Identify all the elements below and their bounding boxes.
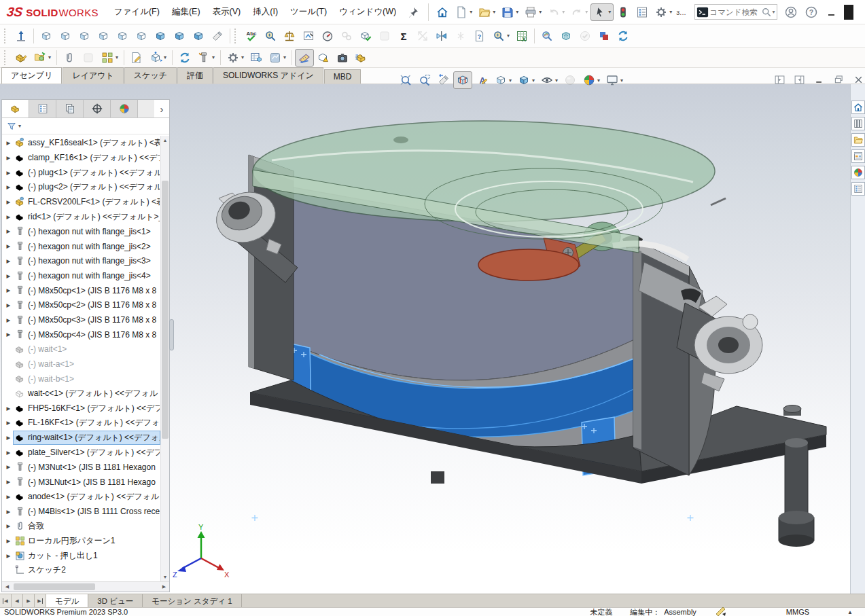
annotation-views-button[interactable]: A (472, 71, 491, 89)
expand-arrow-icon[interactable]: ▶ (4, 435, 13, 441)
save-dropdown-icon[interactable]: ▾ (516, 9, 518, 15)
configurationmanager-tab[interactable] (56, 100, 84, 117)
view-settings-dropdown-icon[interactable]: ▾ (620, 77, 623, 84)
tree-item-box[interactable]: カット - 押し出し1 (13, 549, 101, 563)
redo-dropdown-icon[interactable]: ▾ (585, 9, 588, 15)
measure-button[interactable] (261, 27, 280, 45)
tree-item-box[interactable]: (-) M3Nut<1> (JIS B 1181 Hexagon (13, 460, 158, 474)
menu-item-3[interactable]: 挿入(I) (247, 3, 284, 20)
command-search[interactable]: ▾ (694, 4, 777, 20)
external-reference-dropdown-icon[interactable]: ▾ (283, 54, 286, 60)
new-document-button[interactable]: ▾ (452, 3, 475, 21)
tree-item-box[interactable]: (-) wait-a<1> (13, 357, 77, 372)
filter-funnel-icon[interactable] (6, 121, 17, 132)
display-style-dropdown-icon[interactable]: ▾ (532, 77, 535, 84)
refresh-data-button[interactable] (614, 27, 633, 45)
print-dropdown-icon[interactable]: ▾ (539, 9, 542, 15)
tree-item-box[interactable]: plate_Silver<1> (デフォルト) <<デフォル (13, 446, 160, 460)
expand-arrow-icon[interactable]: ▶ (4, 317, 13, 323)
file-explorer-button[interactable] (851, 133, 865, 147)
home-button[interactable] (433, 3, 452, 21)
minimize-window-button[interactable] (822, 3, 841, 21)
minimize-document-button[interactable] (811, 72, 827, 87)
tree-item-22[interactable]: ▶(-) M3Nut<1> (JIS B 1181 Hexagon (2, 460, 160, 475)
scrollbar-thumb[interactable] (162, 181, 169, 439)
expand-arrow-icon[interactable]: ▶ (4, 509, 13, 515)
tree-item-box[interactable]: (-) hexagon nut with flange_jis<3> (13, 254, 154, 268)
select-button[interactable]: ▾ (590, 3, 614, 21)
tree-item-9[interactable]: ▶(-) hexagon nut with flange_jis<4> (2, 268, 160, 283)
expand-arrow-icon[interactable]: ▶ (4, 273, 13, 279)
insert-components-dropdown-icon[interactable]: ▾ (48, 54, 51, 60)
document-tab-1[interactable]: 3D ビュー (88, 594, 143, 607)
tree-item-19[interactable]: ▶FL-16KF<1> (デフォルト) <<デフォルト>_ (2, 416, 160, 431)
doc-nav-last-button[interactable]: ▶ (35, 594, 46, 607)
doc-nav-next-button[interactable]: ▶ (23, 594, 35, 607)
tree-item-7[interactable]: ▶(-) hexagon nut with flange_jis<2> (2, 239, 160, 254)
close-document-button[interactable] (851, 72, 865, 87)
equations-button[interactable]: Σ (394, 27, 413, 45)
visual-inspection-button[interactable] (537, 27, 557, 45)
new-document-dropdown-icon[interactable]: ▾ (470, 9, 472, 15)
tree-item-box[interactable]: anode<1> (デフォルト) <<デフォルト>_表 (13, 490, 160, 504)
tree-item-10[interactable]: ▶(-) M8x50cp<1> (JIS B 1176 M8 x 8 (2, 283, 160, 298)
snapshot-button[interactable] (333, 49, 352, 67)
apply-scene-button[interactable]: ▾ (580, 71, 603, 89)
tree-item-box[interactable]: rid<1> (デフォルト) <<デフォルト>_表示状 (13, 210, 160, 224)
command-tab-2[interactable]: スケッチ (124, 67, 177, 84)
appearances-scenes-button[interactable] (851, 166, 865, 179)
collapse-right-pane-button[interactable] (792, 72, 807, 87)
view-bottom-button[interactable] (132, 27, 151, 45)
toolbar-overflow-indicator[interactable]: ɜ... (676, 8, 686, 16)
doc-nav-previous-button[interactable]: ◀ (12, 594, 23, 607)
tree-item-box[interactable]: ring-wait<1> (デフォルト) <<デフォルト>_ (13, 431, 160, 445)
command-tab-0[interactable]: アセンブリ (1, 67, 62, 84)
tree-item-17[interactable]: wait-c<1> (デフォルト) <<デフォルト>_表 (2, 386, 160, 401)
command-tab-1[interactable]: レイアウト (63, 67, 123, 84)
component-pattern-button[interactable]: ▾ (98, 49, 121, 67)
expand-arrow-icon[interactable]: ▶ (4, 287, 13, 293)
tree-item-box[interactable]: FHP5-16KF<1> (デフォルト) <<デフォルト (13, 401, 160, 416)
scroll-up-icon[interactable]: ▲ (161, 136, 169, 145)
component-pattern-dropdown-icon[interactable]: ▾ (116, 54, 118, 60)
section-view-button[interactable] (453, 71, 472, 89)
view-orientation-dropdown-icon[interactable]: ▾ (509, 77, 512, 84)
edit-component-button[interactable] (12, 49, 31, 67)
expand-arrow-icon[interactable]: ▶ (4, 214, 13, 220)
scrollbar-thumb[interactable] (14, 583, 95, 590)
expand-arrow-icon[interactable]: ▶ (4, 538, 13, 544)
help-button[interactable]: ? (802, 3, 821, 21)
export-table-button[interactable]: X (512, 27, 531, 45)
bom-table-button[interactable] (247, 49, 266, 67)
view-top-button[interactable] (113, 27, 132, 45)
select-dropdown-icon[interactable]: ▾ (608, 9, 611, 15)
tree-item-box[interactable]: (-) plug<1> (デフォルト) <<デフォルト>_表 (13, 166, 160, 180)
curvature-check-button[interactable] (557, 27, 576, 45)
view-right-button[interactable] (94, 27, 113, 45)
menu-item-4[interactable]: ツール(T) (284, 3, 333, 20)
insert-components-button[interactable]: ▾ (31, 49, 54, 67)
tree-item-6[interactable]: ▶(-) hexagon nut with flange_jis<1> (2, 224, 160, 239)
tree-item-box[interactable]: (-) wait<1> (13, 342, 69, 357)
tree-item-21[interactable]: ▶plate_Silver<1> (デフォルト) <<デフォル (2, 445, 160, 460)
panel-splitter-handle[interactable] (169, 319, 174, 350)
measure-extents-button[interactable]: ▾ (489, 27, 512, 45)
mass-properties-button[interactable] (280, 27, 299, 45)
tree-item-20[interactable]: ▶ring-wait<1> (デフォルト) <<デフォルト>_ (2, 431, 160, 446)
tree-item-box[interactable]: (-) hexagon nut with flange_jis<2> (13, 239, 154, 253)
window-pin-icon[interactable] (406, 5, 420, 19)
view-orientation-button[interactable]: ▾ (491, 71, 514, 89)
expand-arrow-icon[interactable]: ▶ (4, 170, 13, 176)
tree-item-box[interactable]: (-) hexagon nut with flange_jis<4> (13, 269, 154, 283)
expand-arrow-icon[interactable]: ▶ (4, 479, 13, 485)
view-front-button[interactable] (37, 27, 56, 45)
smart-fasteners-dropdown-icon[interactable]: ▾ (212, 54, 215, 60)
search-dropdown-icon[interactable]: ▾ (773, 9, 775, 15)
tree-horizontal-scrollbar[interactable]: ◀ ▶ (2, 581, 169, 592)
expand-arrow-icon[interactable]: ▶ (4, 553, 13, 559)
open-button[interactable]: ▾ (475, 3, 498, 21)
tree-item-13[interactable]: ▶(-) M8x50cp<4> (JIS B 1176 M8 x 8 (2, 327, 160, 342)
view-back-button[interactable] (56, 27, 75, 45)
smart-fasteners-button[interactable]: ▾ (194, 49, 217, 67)
expand-arrow-icon[interactable]: ▶ (4, 184, 13, 190)
